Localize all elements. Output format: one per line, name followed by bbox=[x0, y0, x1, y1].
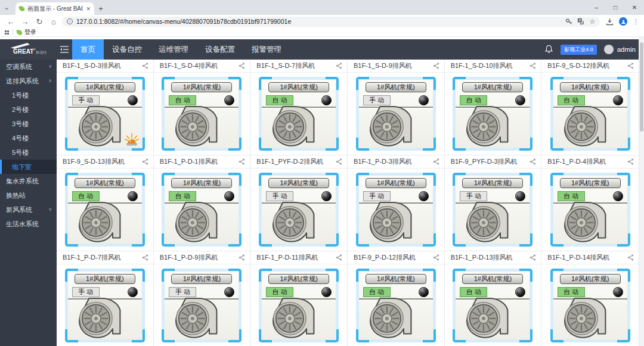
tab-close-icon[interactable]: ✕ bbox=[86, 6, 91, 12]
new-tab-button[interactable]: + bbox=[94, 2, 107, 15]
share-icon[interactable] bbox=[530, 63, 536, 69]
fan-widget[interactable]: 1#风机(常规) 自动 bbox=[65, 173, 145, 247]
fan-widget[interactable]: 1#风机(常规) 自动 bbox=[550, 173, 630, 247]
fan-label-button[interactable]: 1#风机(常规) bbox=[75, 178, 135, 188]
share-icon[interactable] bbox=[336, 254, 342, 261]
centrifugal-fan-icon bbox=[69, 295, 134, 339]
fan-widget[interactable]: 1#风机(常规) 自动 bbox=[259, 77, 339, 151]
fan-label-button[interactable]: 1#风机(常规) bbox=[171, 274, 232, 284]
window-maximize-button[interactable]: □ bbox=[606, 0, 625, 14]
browser-menu-icon[interactable]: ⋮ bbox=[633, 18, 639, 26]
share-icon[interactable] bbox=[433, 158, 439, 165]
share-icon[interactable] bbox=[627, 158, 634, 165]
fan-label-button[interactable]: 1#风机(常规) bbox=[171, 178, 232, 188]
apps-grid-icon[interactable] bbox=[5, 30, 9, 35]
fan-widget[interactable]: 1#风机(常规) 自动 bbox=[259, 269, 339, 342]
share-icon[interactable] bbox=[530, 254, 536, 261]
sidebar-item[interactable]: 2号楼 bbox=[0, 102, 57, 117]
fan-label-button[interactable]: 1#风机(常规) bbox=[268, 274, 329, 284]
fan-label-button[interactable]: 1#风机(常规) bbox=[171, 82, 232, 92]
fan-widget[interactable]: 1#风机(常规) 自动 bbox=[162, 77, 242, 151]
bookmark-star-icon[interactable]: ☆ bbox=[589, 18, 595, 26]
sidebar-item[interactable]: 地下室 bbox=[0, 160, 57, 174]
fan-label-button[interactable]: 1#风机(常规) bbox=[268, 82, 329, 92]
address-bar[interactable]: i 127.0.0.1:8082/#/home/canvas-menu/4028… bbox=[62, 17, 600, 27]
window-close-button[interactable]: ✕ bbox=[625, 0, 644, 14]
share-icon[interactable] bbox=[142, 63, 148, 69]
fan-widget[interactable]: 1#风机(常规) 手动 bbox=[453, 173, 532, 247]
fan-widget[interactable]: 1#风机(常规) 手动 bbox=[356, 173, 436, 247]
sidebar-item[interactable]: 空调系统∨ bbox=[0, 60, 57, 74]
fan-label-button[interactable]: 1#风机(常规) bbox=[75, 82, 135, 92]
share-icon[interactable] bbox=[142, 254, 148, 261]
site-info-icon[interactable]: i bbox=[67, 18, 73, 24]
sidebar-item[interactable]: 5号楼 bbox=[0, 145, 57, 160]
nav-tab-device-config[interactable]: 设备配置 bbox=[197, 39, 243, 60]
sidebar-item[interactable]: 集水井系统 bbox=[0, 174, 57, 188]
back-button[interactable]: ← bbox=[5, 16, 17, 27]
fan-label-button[interactable]: 1#风机(常规) bbox=[366, 274, 426, 284]
fan-widget[interactable]: 1#风机(常规) 自动 bbox=[453, 269, 532, 342]
password-key-icon[interactable] bbox=[565, 18, 572, 25]
sidebar-item[interactable]: 4号楼 bbox=[0, 131, 57, 145]
scrollbar-thumb[interactable] bbox=[640, 42, 643, 132]
nav-tab-home[interactable]: 首页 bbox=[72, 39, 104, 60]
fan-widget[interactable]: 1#风机(常规) 自动 bbox=[550, 77, 630, 151]
fan-widget[interactable]: 1#风机(常规) 手动 bbox=[65, 77, 145, 151]
fan-widget[interactable]: 1#风机(常规) 自动 bbox=[453, 77, 532, 151]
download-icon[interactable] bbox=[606, 18, 614, 26]
fan-label-button[interactable]: 1#风机(常规) bbox=[366, 178, 426, 188]
browser-tab[interactable]: 画面显示 - Great BAOS ✕ bbox=[16, 2, 94, 15]
share-icon[interactable] bbox=[433, 63, 439, 69]
share-icon[interactable] bbox=[142, 158, 148, 165]
fan-widget[interactable]: 1#风机(常规) 手动 bbox=[65, 269, 145, 342]
fan-widget[interactable]: 1#风机(常规) 自动 bbox=[550, 269, 630, 342]
sidebar-item[interactable]: 送排风系统∧ bbox=[0, 74, 57, 88]
fan-label-button[interactable]: 1#风机(常规) bbox=[462, 82, 523, 92]
fan-label-button[interactable]: 1#风机(常规) bbox=[462, 274, 523, 284]
share-icon[interactable] bbox=[336, 63, 342, 69]
nav-tab-device-autocontrol[interactable]: 设备自控 bbox=[104, 39, 150, 60]
fan-label-button[interactable]: 1#风机(常规) bbox=[560, 274, 621, 284]
bookmark-login[interactable]: 登录 bbox=[17, 28, 36, 36]
fan-label-button[interactable]: 1#风机(常规) bbox=[268, 178, 329, 188]
notification-bell-icon[interactable] bbox=[544, 45, 553, 54]
fan-widget[interactable]: 1#风机(常规) 自动 bbox=[162, 173, 242, 247]
reload-button[interactable]: ↻ bbox=[33, 16, 45, 27]
fan-label-button[interactable]: 1#风机(常规) bbox=[462, 178, 523, 188]
share-icon[interactable] bbox=[239, 63, 245, 69]
sidebar-item[interactable]: 换热站 bbox=[0, 188, 57, 202]
share-icon[interactable] bbox=[433, 254, 439, 261]
sidebar-item[interactable]: 3号楼 bbox=[0, 117, 57, 131]
fan-label-button[interactable]: 1#风机(常规) bbox=[366, 82, 426, 92]
user-menu[interactable]: admin bbox=[604, 45, 636, 54]
sidebar-item-label: 送排风系统 bbox=[6, 77, 39, 85]
share-icon[interactable] bbox=[336, 158, 342, 165]
fan-label-button[interactable]: 1#风机(常规) bbox=[560, 82, 621, 92]
nav-tab-alarm-management[interactable]: 报警管理 bbox=[243, 39, 290, 60]
menu-fold-icon[interactable] bbox=[57, 39, 72, 60]
fan-card-body: 1#风机(常规) 手动 bbox=[348, 73, 444, 155]
fan-label-button[interactable]: 1#风机(常规) bbox=[75, 274, 135, 284]
tab-search-icon[interactable]: ⌄ bbox=[0, 0, 13, 15]
sidebar-item[interactable]: 新风系统∨ bbox=[0, 202, 57, 217]
share-icon[interactable] bbox=[239, 158, 245, 165]
fan-widget[interactable]: 1#风机(常规) 手动 bbox=[259, 173, 339, 247]
window-minimize-button[interactable]: – bbox=[587, 0, 606, 14]
share-icon[interactable] bbox=[627, 254, 634, 261]
sidebar-item[interactable]: 1号楼 bbox=[0, 88, 57, 102]
fan-widget[interactable]: 1#风机(常规) 自动 bbox=[356, 269, 436, 342]
share-icon[interactable] bbox=[239, 254, 245, 261]
translate-icon[interactable] bbox=[577, 18, 584, 25]
home-button[interactable]: ⌂ bbox=[48, 16, 60, 27]
fan-widget[interactable]: 1#风机(常规) 手动 bbox=[356, 77, 436, 151]
fan-label-button[interactable]: 1#风机(常规) bbox=[560, 178, 621, 188]
fan-widget[interactable]: 1#风机(常规) 手动 bbox=[162, 269, 242, 342]
share-icon[interactable] bbox=[530, 158, 536, 165]
nav-tab-ops-management[interactable]: 运维管理 bbox=[150, 39, 197, 60]
url-text: 127.0.0.1:8082/#/home/canvas-menu/402880… bbox=[76, 18, 562, 25]
forward-button[interactable]: → bbox=[19, 16, 31, 27]
share-icon[interactable] bbox=[627, 63, 634, 69]
browser-profile-avatar[interactable] bbox=[619, 17, 627, 26]
sidebar-item[interactable]: 生活水系统 bbox=[0, 217, 57, 231]
